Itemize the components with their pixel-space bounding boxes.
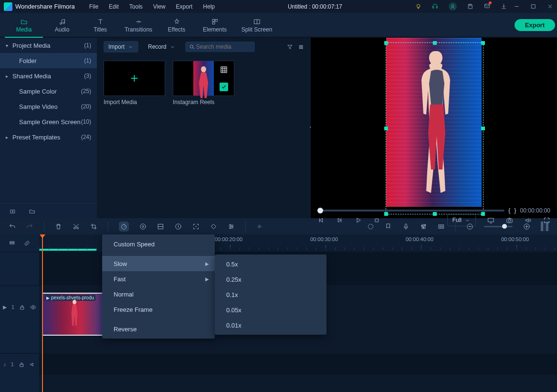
account-icon[interactable] xyxy=(449,2,457,11)
delete-icon[interactable] xyxy=(55,223,62,230)
audio-wave-icon[interactable] xyxy=(256,223,263,230)
volume-icon[interactable] xyxy=(525,217,532,224)
cat-transitions[interactable]: Transitions xyxy=(119,14,158,37)
zoom-slider[interactable] xyxy=(484,226,513,227)
window-minimize-icon[interactable] xyxy=(514,3,520,10)
idea-icon[interactable] xyxy=(415,3,421,10)
crop-icon[interactable] xyxy=(90,223,97,230)
playhead[interactable] xyxy=(42,234,43,392)
preview-scrubber[interactable] xyxy=(317,210,504,212)
svg-point-21 xyxy=(299,48,300,49)
snapshot-icon[interactable] xyxy=(506,217,513,224)
tree-sample-video[interactable]: Sample Video(20) xyxy=(0,99,97,114)
svg-point-0 xyxy=(417,4,420,8)
window-maximize-icon[interactable] xyxy=(530,3,536,10)
eye-icon[interactable] xyxy=(30,304,36,310)
speed-button[interactable] xyxy=(119,222,129,232)
headset-icon[interactable] xyxy=(432,3,438,10)
menu-edit[interactable]: Edit xyxy=(109,3,119,10)
color-icon[interactable] xyxy=(139,223,147,230)
download-icon[interactable] xyxy=(501,3,507,10)
menu-help[interactable]: Help xyxy=(203,3,215,10)
tree-sample-green[interactable]: Sample Green Screen(10) xyxy=(0,114,97,129)
play-icon[interactable] xyxy=(355,217,362,224)
cat-media[interactable]: Media xyxy=(5,14,43,38)
svg-rect-26 xyxy=(488,218,494,222)
fullscreen-icon[interactable] xyxy=(543,217,550,224)
cat-audio[interactable]: Audio xyxy=(43,14,81,37)
svg-rect-24 xyxy=(221,67,227,73)
speed-custom[interactable]: Custom Speed xyxy=(102,236,215,252)
speed-freeze[interactable]: Freeze Frame xyxy=(102,302,215,317)
tree-preset-templates[interactable]: ▸Preset Templates(24) xyxy=(0,129,97,145)
import-dropdown[interactable]: Import xyxy=(104,41,138,53)
menu-export[interactable]: Export xyxy=(176,3,193,10)
keyframe-icon[interactable] xyxy=(210,223,217,230)
filter-icon[interactable] xyxy=(287,44,293,50)
bracket-close[interactable]: } xyxy=(514,207,516,214)
green-screen-icon[interactable] xyxy=(157,223,164,230)
preview-timecode: 00:00:00:00 xyxy=(520,207,550,214)
menu-file[interactable]: File xyxy=(89,3,98,10)
slow-005x[interactable]: 0.05x xyxy=(215,302,326,318)
next-frame-icon[interactable] xyxy=(336,217,343,224)
timeline-clip[interactable]: ▶pexels-shvets-produ xyxy=(42,293,112,336)
lock-icon[interactable] xyxy=(19,304,25,310)
save-icon[interactable] xyxy=(467,3,473,10)
speed-normal[interactable]: Normal xyxy=(102,286,215,302)
cut-icon[interactable] xyxy=(73,223,80,230)
app-logo xyxy=(4,2,12,11)
prev-frame-icon[interactable] xyxy=(317,217,325,224)
lock-icon[interactable] xyxy=(19,361,25,368)
tl-tracks-icon[interactable] xyxy=(9,240,15,246)
slow-001x[interactable]: 0.01x xyxy=(215,318,326,333)
speed-fast[interactable]: Fast▶ xyxy=(102,271,215,286)
cat-titles[interactable]: Titles xyxy=(81,14,119,37)
plus-icon: + xyxy=(130,71,138,86)
window-close-icon[interactable] xyxy=(547,3,553,10)
display-icon[interactable] xyxy=(487,217,494,224)
search-media[interactable] xyxy=(185,42,255,52)
cat-effects[interactable]: Effects xyxy=(158,14,196,37)
export-button[interactable]: Export xyxy=(515,19,555,31)
cat-splitscreen[interactable]: Split Screen xyxy=(234,14,280,37)
audio-track-header[interactable]: ♪1 xyxy=(0,353,39,375)
import-media-tile[interactable]: + Import Media xyxy=(104,61,164,106)
new-folder-icon[interactable] xyxy=(29,208,35,214)
bracket-open[interactable]: { xyxy=(508,207,510,214)
stop-icon[interactable] xyxy=(373,217,380,224)
slow-025x[interactable]: 0.25x xyxy=(215,272,326,287)
speed-reverse[interactable]: Reverse xyxy=(102,321,215,337)
project-title: Untitled : 00:00:07:17 xyxy=(215,3,415,10)
tree-sample-color[interactable]: Sample Color(25) xyxy=(0,84,97,99)
speaker-icon[interactable] xyxy=(30,361,36,368)
audio-track[interactable] xyxy=(39,354,557,375)
new-folder-plus-icon[interactable] xyxy=(10,208,16,214)
menu-tools[interactable]: Tools xyxy=(129,3,143,10)
search-input[interactable] xyxy=(195,43,247,51)
tl-link-icon[interactable] xyxy=(24,240,30,246)
media-clip-tile[interactable]: Instagram Reels xyxy=(173,61,233,106)
messages-icon[interactable] xyxy=(484,3,490,11)
app-name: Wondershare Filmora xyxy=(15,3,75,10)
fit-dropdown[interactable]: Full xyxy=(447,214,476,226)
redo-icon[interactable] xyxy=(26,223,33,230)
menu-view[interactable]: View xyxy=(153,3,166,10)
speed-slow[interactable]: Slow▶ xyxy=(102,256,215,271)
tree-shared-media[interactable]: ▸Shared Media(3) xyxy=(0,68,97,84)
focus-icon[interactable] xyxy=(192,223,200,230)
slow-05x[interactable]: 0.5x xyxy=(215,256,326,272)
slow-01x[interactable]: 0.1x xyxy=(215,287,326,302)
grid-view-icon[interactable] xyxy=(298,44,304,50)
record-dropdown[interactable]: Record xyxy=(143,41,180,53)
film-icon xyxy=(220,65,228,74)
cat-elements[interactable]: Elements xyxy=(196,14,234,37)
speed-icon xyxy=(120,223,127,230)
duration-icon[interactable] xyxy=(175,223,182,230)
undo-icon[interactable] xyxy=(9,223,16,230)
tree-folder[interactable]: Folder(1) xyxy=(0,53,97,68)
speed-menu: Custom Speed Slow▶ Fast▶ Normal Freeze F… xyxy=(102,234,215,339)
adjust-icon[interactable] xyxy=(228,223,235,230)
video-track-header[interactable]: ▶1 xyxy=(0,286,39,328)
tree-project-media[interactable]: ▾Project Media(1) xyxy=(0,38,97,53)
